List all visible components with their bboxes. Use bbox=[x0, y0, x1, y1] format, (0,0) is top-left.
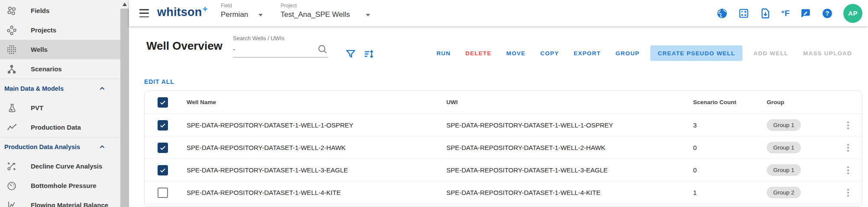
sidebar-item-bottomhole-pressure[interactable]: Bottomhole Pressure bbox=[0, 176, 120, 195]
sidebar-item-decline-curve-analysis[interactable]: Decline Curve Analysis bbox=[0, 156, 120, 176]
sidebar-item-flowing-material-balance[interactable]: Flowing Material Balance bbox=[0, 195, 120, 207]
edit-all-button[interactable]: EDIT ALL bbox=[144, 78, 174, 85]
create-pseudo-well-button[interactable]: CREATE PSEUDO WELL bbox=[650, 45, 742, 61]
page-title: Well Overview bbox=[146, 39, 223, 53]
search-input[interactable] bbox=[233, 43, 316, 55]
project-label: Project bbox=[281, 3, 297, 9]
scenario-count-cell: 0 bbox=[693, 166, 767, 174]
group-chip: Group 2 bbox=[767, 187, 801, 198]
sidebar-section-label: Production Data Analysis bbox=[4, 143, 80, 150]
group-button[interactable]: GROUP bbox=[608, 45, 647, 61]
menu-icon[interactable] bbox=[139, 9, 149, 17]
kebab-menu-icon[interactable] bbox=[842, 164, 854, 176]
well-name-cell: SPE-DATA-REPOSITORY-DATASET-1-WELL-2-HAW… bbox=[187, 144, 446, 151]
kebab-menu-icon[interactable] bbox=[842, 119, 854, 131]
well-name-cell: SPE-DATA-REPOSITORY-DATASET-1-WELL-1-OSP… bbox=[187, 121, 446, 129]
column-header-scenario-count: Scenario Count bbox=[693, 99, 767, 105]
pressure-gauge-icon bbox=[6, 180, 17, 191]
uwi-cell: SPE-DATA-REPOSITORY-DATASET-1-WELL-3-EAG… bbox=[446, 166, 693, 174]
sidebar-item-production-data[interactable]: Production Data bbox=[0, 118, 120, 137]
search-underline bbox=[233, 57, 328, 57]
sort-icon[interactable] bbox=[363, 48, 375, 60]
scroll-up-arrow-icon[interactable] bbox=[120, 0, 129, 9]
chevron-up-icon bbox=[98, 84, 106, 93]
sidebar-section-production-data-analysis[interactable]: Production Data Analysis bbox=[0, 137, 120, 156]
globe-icon[interactable] bbox=[716, 8, 728, 19]
table-row[interactable]: SPE-DATA-REPOSITORY-DATASET-1-WELL-3-EAG… bbox=[145, 159, 862, 181]
sidebar-item-fields[interactable]: Fields bbox=[0, 1, 120, 20]
kebab-menu-icon[interactable] bbox=[842, 187, 854, 199]
temperature-unit-toggle[interactable]: °F bbox=[781, 9, 790, 18]
uwi-cell: SPE-DATA-REPOSITORY-DATASET-1-WELL-1-OSP… bbox=[446, 121, 693, 129]
file-download-icon[interactable] bbox=[760, 8, 771, 19]
add-well-button: ADD WELL bbox=[746, 45, 796, 61]
scenarios-icon bbox=[6, 64, 17, 75]
delete-button[interactable]: DELETE bbox=[458, 45, 499, 61]
search-label: Search Wells / UWIs bbox=[233, 35, 284, 41]
sidebar-item-scenarios[interactable]: Scenarios bbox=[0, 59, 120, 79]
scrollbar-thumb[interactable] bbox=[120, 9, 129, 207]
table-row[interactable]: SPE-DATA-REPOSITORY-DATASET-1-WELL-4-KIT… bbox=[145, 181, 862, 204]
sidebar-item-label: PVT bbox=[31, 104, 43, 111]
row-checkbox[interactable] bbox=[158, 143, 168, 153]
scenario-count-cell: 0 bbox=[693, 144, 767, 151]
sidebar-scrollbar[interactable] bbox=[120, 0, 129, 207]
sidebar-item-label: Scenarios bbox=[31, 65, 62, 73]
kebab-menu-icon[interactable] bbox=[842, 142, 854, 154]
table-row[interactable]: SPE-DATA-REPOSITORY-DATASET-1-WELL-1-OSP… bbox=[145, 114, 862, 136]
project-value: Test_Ana_SPE Wells bbox=[281, 10, 350, 19]
sidebar-item-pvt[interactable]: PVT bbox=[0, 98, 120, 118]
main-content: Well Overview Search Wells / UWIs RUN DE… bbox=[129, 26, 868, 207]
sidebar-item-label: Production Data bbox=[31, 124, 81, 131]
sidebar-item-label: Wells bbox=[31, 46, 48, 53]
mass-upload-button: MASS UPLOAD bbox=[796, 45, 859, 61]
column-header-group: Group bbox=[767, 99, 836, 105]
move-button[interactable]: MOVE bbox=[499, 45, 533, 61]
select-all-checkbox[interactable] bbox=[158, 97, 168, 108]
whitson-logo[interactable]: whitson+ bbox=[157, 6, 207, 19]
row-checkbox[interactable] bbox=[158, 188, 168, 198]
wells-icon bbox=[6, 44, 17, 55]
run-button[interactable]: RUN bbox=[429, 45, 458, 61]
fields-icon bbox=[6, 5, 17, 16]
toolbar: RUN DELETE MOVE COPY EXPORT GROUP CREATE… bbox=[429, 45, 859, 61]
material-balance-icon bbox=[6, 200, 17, 207]
project-selector[interactable]: Project Test_Ana_SPE Wells bbox=[281, 0, 374, 26]
group-chip: Group 1 bbox=[767, 142, 801, 153]
column-header-well-name: Well Name bbox=[187, 99, 446, 105]
field-label: Field bbox=[221, 3, 232, 9]
row-checkbox[interactable] bbox=[158, 120, 168, 131]
chevron-down-icon bbox=[366, 14, 370, 16]
sidebar-section-label: Main Data & Models bbox=[4, 85, 64, 92]
feedback-icon[interactable] bbox=[800, 8, 811, 19]
copy-button[interactable]: COPY bbox=[533, 45, 566, 61]
column-header-uwi: UWI bbox=[446, 99, 693, 105]
field-selector[interactable]: Field Permian bbox=[221, 0, 277, 26]
production-data-icon bbox=[6, 122, 17, 133]
field-value: Permian bbox=[221, 10, 248, 19]
avatar[interactable]: AP bbox=[843, 4, 862, 23]
well-name-cell: SPE-DATA-REPOSITORY-DATASET-1-WELL-4-KIT… bbox=[187, 189, 446, 196]
row-checkbox[interactable] bbox=[158, 165, 168, 175]
table-row[interactable]: SPE-DATA-REPOSITORY-DATASET-1-WELL-2-HAW… bbox=[145, 136, 862, 159]
export-button[interactable]: EXPORT bbox=[566, 45, 608, 61]
topbar-actions: °F ? AP bbox=[716, 0, 862, 26]
sidebar-item-label: Decline Curve Analysis bbox=[31, 162, 102, 170]
scenario-count-cell: 1 bbox=[693, 189, 767, 196]
sidebar-item-label: Flowing Material Balance bbox=[31, 201, 108, 207]
chevron-down-icon bbox=[258, 14, 263, 16]
sidebar-section-main-data-models[interactable]: Main Data & Models bbox=[0, 79, 120, 98]
filter-icon[interactable] bbox=[345, 48, 357, 60]
help-icon[interactable]: ? bbox=[822, 8, 833, 19]
projects-icon bbox=[6, 25, 17, 36]
group-chip: Group 1 bbox=[767, 164, 801, 176]
sidebar-item-wells[interactable]: Wells bbox=[0, 40, 120, 59]
uwi-cell: SPE-DATA-REPOSITORY-DATASET-1-WELL-2-HAW… bbox=[446, 144, 693, 151]
chevron-up-icon bbox=[98, 143, 106, 151]
table-row-partial bbox=[145, 204, 862, 207]
logo-plus: + bbox=[202, 4, 207, 14]
calculator-icon[interactable] bbox=[738, 8, 749, 19]
top-app-bar: whitson+ Field Permian Project Test_Ana_… bbox=[129, 0, 868, 26]
sidebar-item-projects[interactable]: Projects bbox=[0, 20, 120, 40]
search-icon[interactable] bbox=[317, 44, 328, 55]
